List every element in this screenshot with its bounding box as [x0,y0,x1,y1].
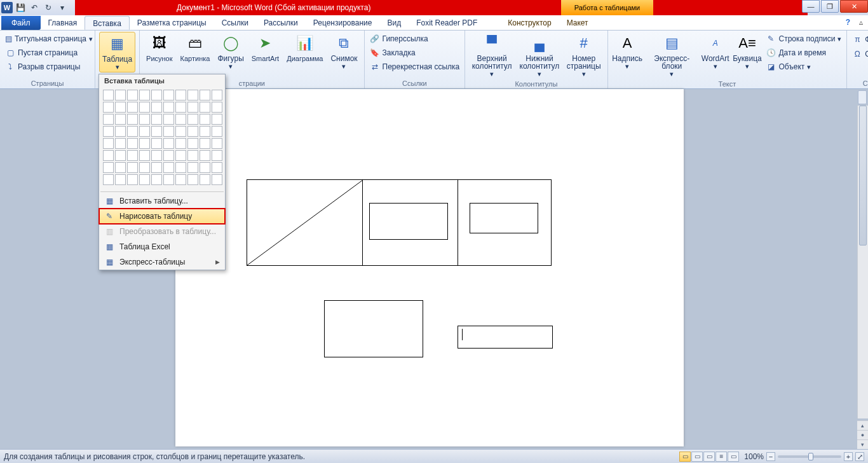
group-label-symbols: Символы [851,78,868,88]
screenshot-button[interactable]: ⧉Снимок▾ [328,32,360,71]
redo-icon[interactable]: ↻ [42,1,55,14]
group-links: 🔗Гиперссылка 🔖Закладка ⇄Перекрестная ссы… [365,31,466,88]
file-tab[interactable]: Файл [1,16,41,30]
tab-view[interactable]: Вид [379,16,409,30]
blank-page-icon: ▢ [5,48,15,58]
minimize-ribbon-icon[interactable]: ▵ [859,18,863,27]
tab-foxit[interactable]: Foxit Reader PDF [409,16,485,30]
table-dropdown: Вставка таблицы ▦Вставить таблицу... ✎На… [98,74,226,89]
document-title: Документ1 - Microsoft Word (Сбой активац… [177,3,370,12]
group-label-links: Ссылки [369,78,461,88]
datetime-icon: 🕓 [766,48,776,58]
minimize-button[interactable]: — [802,0,820,13]
dropcap-icon: A≡ [737,33,757,53]
group-label-text: Текст [612,79,843,89]
clipart-icon: 🗃 [185,33,205,53]
textbox-button[interactable]: AНадпись▾ [612,32,643,71]
contextual-tab-header: Работа с таблицами [561,0,653,15]
table-grid-picker[interactable] [99,87,225,89]
date-time-button[interactable]: 🕓Дата и время [764,47,843,59]
cover-page-button[interactable]: ▤Титульная страница ▾ [4,33,91,45]
picture-button[interactable]: 🖼Рисунок [144,32,175,64]
shapes-icon: ◯ [220,33,241,53]
chart-icon: 📊 [295,33,315,53]
group-label-pages: Страницы [4,78,91,88]
wordart-icon: A [705,33,726,53]
signature-icon: ✎ [766,34,776,44]
screenshot-icon: ⧉ [334,33,354,53]
tab-design[interactable]: Конструктор [500,16,559,30]
hyperlink-button[interactable]: 🔗Гиперссылка [369,33,461,45]
object-button[interactable]: ◪Объект ▾ [764,61,843,73]
pagenum-icon: # [574,33,594,53]
app-icon: W [1,2,13,13]
object-icon: ◪ [766,62,776,72]
picture-icon: 🖼 [149,33,170,53]
footer-icon: ▄ [529,33,550,53]
quickparts-button[interactable]: ▤Экспресс-блоки▾ [646,32,698,79]
page-break-button[interactable]: ⤵Разрыв страницы [4,61,91,73]
tab-references[interactable]: Ссылки [214,16,256,30]
group-symbols: πФормула ▾ ΩСимвол ▾ . Символы [847,31,868,88]
close-button[interactable]: ✕ [840,0,868,13]
tab-page-layout[interactable]: Разметка страницы [130,16,214,30]
tab-review[interactable]: Рецензирование [306,16,380,30]
dropdown-title: Вставка таблицы [99,74,225,87]
undo-icon[interactable]: ↶ [28,1,41,14]
blank-page-button[interactable]: ▢Пустая страница [4,47,91,59]
window-controls: — ❐ ✕ [801,0,868,13]
page-break-icon: ⤵ [5,62,15,72]
tab-insert[interactable]: Вставка [85,16,130,30]
symbol-icon: Ω [852,49,862,59]
tab-mailings[interactable]: Рассылки [256,16,306,30]
clipart-button[interactable]: 🗃Картинка [178,32,213,64]
ribbon-tabs: Файл Главная Вставка Разметка страницы С… [0,15,868,31]
signature-line-button[interactable]: ✎Строка подписи ▾ [764,33,843,45]
qat-more-icon[interactable]: ▾ [56,1,69,14]
dropcap-button[interactable]: A≡Буквица▾ [732,32,762,71]
wordart-button[interactable]: AWordArt▾ [701,32,730,71]
smartart-icon: ➤ [255,33,275,53]
tab-layout[interactable]: Макет [559,16,596,30]
table-button[interactable]: ▦ Таблица▾ [99,32,135,73]
bookmark-icon: 🔖 [370,48,380,58]
equation-icon: π [852,34,862,45]
group-text: AНадпись▾ ▤Экспресс-блоки▾ AWordArt▾ A≡Б… [608,31,848,88]
group-pages: ▤Титульная страница ▾ ▢Пустая страница ⤵… [0,31,95,88]
title-bar: W 💾 ↶ ↻ ▾ Документ1 - Microsoft Word (Сб… [0,0,868,15]
shapes-button[interactable]: ◯Фигуры▾ [215,32,246,71]
footer-button[interactable]: ▄Нижний колонтитул ▾ [517,32,562,79]
group-headerfooter: ▀Верхний колонтитул ▾ ▄Нижний колонтитул… [465,31,607,88]
smartart-button[interactable]: ➤SmartArt [249,32,281,64]
bookmark-button[interactable]: 🔖Закладка [369,47,461,59]
title-bar-alert: Документ1 - Microsoft Word (Сбой активац… [75,0,808,15]
header-button[interactable]: ▀Верхний колонтитул ▾ [469,32,515,79]
cross-ref-icon: ⇄ [370,62,380,72]
page-icon: ▤ [5,34,12,44]
chart-button[interactable]: 📊Диаграмма [284,32,325,64]
hyperlink-icon: 🔗 [370,34,380,44]
group-label-hf: Колонтитулы [469,79,603,89]
quickparts-icon: ▤ [661,33,682,53]
tab-home[interactable]: Главная [41,16,85,30]
table-icon: ▦ [107,34,128,54]
save-icon[interactable]: 💾 [14,1,27,14]
header-icon: ▀ [482,33,502,53]
equation-button[interactable]: πФормула ▾ [851,34,868,45]
quick-access-toolbar: W 💾 ↶ ↻ ▾ [0,1,69,14]
help-icon[interactable]: ? [846,18,850,27]
page-number-button[interactable]: #Номер страницы ▾ [564,32,604,79]
textbox-icon: A [617,33,637,53]
cross-ref-button[interactable]: ⇄Перекрестная ссылка [369,61,461,73]
symbol-button[interactable]: ΩСимвол ▾ [851,48,868,60]
restore-button[interactable]: ❐ [821,0,839,13]
